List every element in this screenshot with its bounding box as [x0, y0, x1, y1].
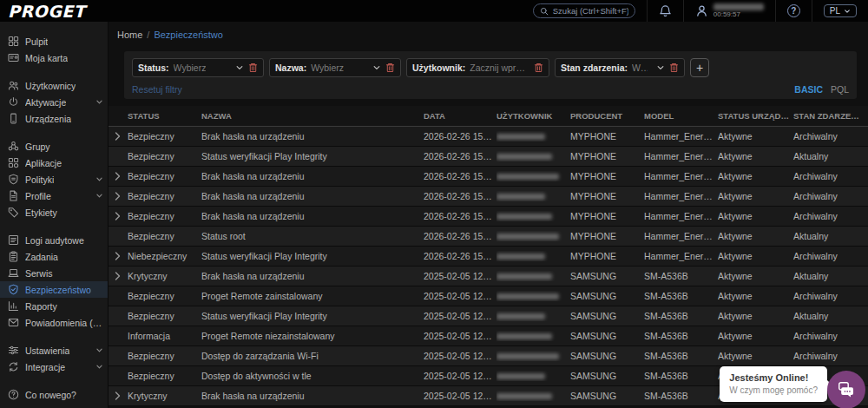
table-row[interactable]: Niebezpieczny Status weryfikacji Play In… — [108, 247, 868, 267]
trash-icon[interactable] — [385, 63, 395, 73]
cell-device-status: Aktywne — [718, 331, 793, 341]
chevron-right-icon[interactable] — [115, 272, 122, 280]
cell-model: SM-A536B — [644, 291, 718, 301]
sidebar-item-powiadomienia-99[interactable]: Powiadomienia (99+) — [0, 314, 108, 331]
notifications-bell-button[interactable] — [647, 0, 683, 22]
chat-bubble[interactable]: Jesteśmy Online! W czym mogę pomóc? — [720, 366, 827, 402]
cell-producer: MYPHONE — [570, 191, 644, 201]
sidebar-item-label: Etykiety — [25, 207, 57, 218]
sidebar-item-raporty[interactable]: Raporty — [0, 298, 108, 314]
chevron-right-icon[interactable] — [115, 172, 122, 181]
table-row[interactable]: Krytyczny Brak hasła na urządzeniu 2025-… — [108, 267, 868, 286]
whats-new-icon — [8, 389, 19, 400]
cell-date: 2026-02-26 15:02:00 — [424, 231, 496, 241]
column-header-producent[interactable]: PRODUCENT — [570, 111, 644, 121]
sidebar-item-integracje[interactable]: Integracje — [0, 359, 108, 375]
search-input[interactable]: Szukaj (Ctrl+Shift+F) — [533, 3, 635, 18]
table-row[interactable]: Bezpieczny Status weryfikacji Play Integ… — [108, 306, 868, 326]
table-header: STATUSNAZWADATAUŻYTKOWNIKPRODUCENTMODELS… — [108, 106, 868, 127]
sidebar-item-ustawienia[interactable]: Ustawienia — [0, 342, 108, 359]
column-header-nazwa[interactable]: NAZWA — [201, 111, 424, 121]
cell-user — [496, 251, 570, 261]
chat-launcher-button[interactable] — [827, 371, 865, 408]
sidebar-item-grupy[interactable]: Grupy — [0, 138, 108, 155]
column-header-status[interactable]: STATUS — [128, 111, 201, 121]
sidebar-item-polityki[interactable]: Polityki — [0, 171, 108, 188]
sidebar-item-aplikacje[interactable]: Aplikacje — [0, 155, 108, 171]
chevron-right-icon[interactable] — [115, 192, 122, 201]
sidebar-item-moja-karta[interactable]: Moja karta — [0, 49, 108, 66]
table-row[interactable]: Bezpieczny Brak hasła na urządzeniu 2026… — [108, 207, 868, 227]
trash-icon[interactable] — [534, 63, 543, 73]
column-header-status-urzadzenia[interactable]: STATUS URZĄDZENIA — [718, 111, 793, 121]
filter-chip-status[interactable]: Status:Wybierz — [132, 58, 264, 77]
filter-chip-nazwa[interactable]: Nazwa:Wybierz — [269, 58, 401, 77]
column-header-data[interactable]: DATA — [424, 111, 496, 121]
redacted-user — [496, 234, 559, 240]
chevron-right-icon[interactable] — [115, 212, 122, 220]
cell-name: Status weryfikacji Play Integrity — [201, 251, 424, 261]
column-header-model[interactable]: MODEL — [644, 111, 718, 121]
cell-model: Hammer_Energy_2 — [644, 251, 718, 261]
chevron-right-icon[interactable] — [115, 252, 122, 260]
language-label: PL — [830, 6, 840, 16]
sidebar-item-urzadzenia[interactable]: Urządzenia — [0, 110, 108, 127]
chevron-right-icon[interactable] — [115, 132, 122, 141]
table-row[interactable]: Bezpieczny Brak hasła na urządzeniu 2026… — [108, 127, 868, 147]
table-row[interactable]: Bezpieczny Brak hasła na urządzeniu 2026… — [108, 187, 868, 207]
redacted-username — [713, 3, 764, 10]
sidebar-item-etykiety[interactable]: Etykiety — [0, 204, 108, 220]
language-selector[interactable]: PL — [812, 0, 868, 22]
trash-icon[interactable] — [669, 63, 679, 73]
profiles-icon — [8, 190, 19, 201]
breadcrumb-current[interactable]: Bezpieczeństwo — [154, 30, 223, 40]
sidebar-item-pulpit[interactable]: Pulpit — [0, 33, 108, 49]
user-menu[interactable]: 00:59:57 — [683, 0, 775, 22]
sidebar-item-logi-audytowe[interactable]: Logi audytowe — [0, 232, 108, 248]
activation-icon — [8, 96, 19, 108]
trash-icon[interactable] — [248, 63, 258, 73]
cell-producer: MYPHONE — [570, 231, 644, 241]
table-row[interactable]: Bezpieczny Status root 2026-02-26 15:02:… — [108, 227, 868, 247]
cell-producer: SAMSUNG — [570, 371, 644, 381]
table-row[interactable]: Informacja Proget Remote niezainstalowan… — [108, 326, 868, 346]
filter-mode-basic[interactable]: BASIC — [794, 84, 823, 95]
column-header-uzytkownik[interactable]: UŻYTKOWNIK — [496, 111, 570, 121]
breadcrumb-home[interactable]: Home — [117, 30, 142, 40]
redacted-user — [496, 313, 545, 319]
redacted-user — [496, 353, 559, 359]
sidebar-item-profile[interactable]: Profile — [0, 188, 108, 204]
cell-status: Krytyczny — [128, 391, 201, 401]
sidebar-group: Logi audytoweZadaniaSerwisBezpieczeństwo… — [0, 232, 108, 331]
add-filter-button[interactable]: + — [690, 58, 709, 77]
sidebar-item-label: Aktywacje — [25, 97, 66, 108]
table-row[interactable]: Bezpieczny Brak hasła na urządzeniu 2026… — [108, 167, 868, 187]
labels-icon — [8, 207, 19, 218]
help-button[interactable]: ? — [775, 0, 812, 22]
cell-user — [496, 171, 570, 181]
table-row[interactable]: Bezpieczny Dostęp do zarządzania Wi-Fi 2… — [108, 346, 868, 366]
table-row[interactable]: Bezpieczny Proget Remote zainstalowany 2… — [108, 286, 868, 306]
column-header-stan-zdarzenia[interactable]: STAN ZDARZENIA — [793, 111, 868, 121]
sidebar-item-bezpieczenstwo[interactable]: Bezpieczeństwo — [0, 281, 108, 298]
filter-chip-stan-zdarzenia[interactable]: Stan zdarzenia:Wybierz — [555, 58, 685, 77]
sidebar-item-uzytkownicy[interactable]: Użytkownicy — [0, 77, 108, 94]
sidebar-item-label: Zadania — [25, 252, 58, 262]
integrations-icon — [8, 361, 19, 372]
sidebar-item-serwis[interactable]: Serwis — [0, 265, 108, 281]
sidebar-item-co-nowego[interactable]: Co nowego? — [0, 386, 108, 403]
sidebar-item-aktywacje[interactable]: Aktywacje — [0, 94, 108, 110]
search-section: Szukaj (Ctrl+Shift+F) — [522, 0, 647, 22]
cell-date: 2025-02-05 12:27:51 — [424, 271, 496, 281]
table-row[interactable]: Bezpieczny Status weryfikacji Play Integ… — [108, 147, 868, 167]
cell-model: SM-A536B — [644, 331, 718, 341]
filter-chip-uzytkownik[interactable]: Użytkownik:Zacznij wprowa... — [406, 58, 549, 77]
chevron-right-icon[interactable] — [115, 392, 122, 400]
chevron-down-icon — [95, 192, 103, 200]
groups-icon — [8, 141, 19, 152]
reset-filters-link[interactable]: Resetuj filtry — [132, 84, 182, 95]
cell-producer: SAMSUNG — [570, 291, 644, 301]
filter-mode-pql[interactable]: PQL — [831, 84, 849, 95]
devices-icon — [8, 113, 19, 124]
sidebar-item-zadania[interactable]: Zadania — [0, 248, 108, 265]
